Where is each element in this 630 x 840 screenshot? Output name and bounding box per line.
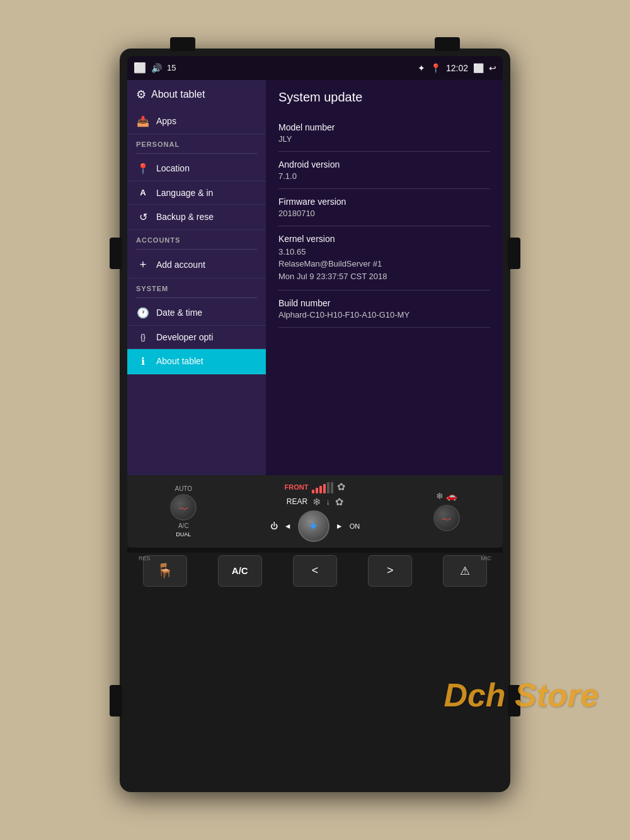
hvac-right-icons: ❄ 🚗 xyxy=(436,491,457,501)
defrost-icon: ❄ xyxy=(436,491,444,501)
compass-icon: ✦ xyxy=(308,519,319,534)
hvac-nav-row: ⏻ ◄ ✦ ► ON xyxy=(270,510,360,542)
kernel-version-value: 3.10.65RelaseMan@BuildServer #1Mon Jul 9… xyxy=(278,246,490,283)
fan-icon-left: ✿ xyxy=(335,496,343,508)
bottom-buttons: RES MIC 🪑 A/C < > ⚠ xyxy=(127,553,503,589)
window-icon: ⬜ xyxy=(134,62,146,74)
model-number-row: Model number JLY xyxy=(278,115,490,152)
backup-label: Backup & rese xyxy=(156,212,214,222)
btn-prev[interactable]: < xyxy=(293,555,337,587)
sidebar-item-developer[interactable]: {} Developer opti xyxy=(127,326,266,349)
sidebar-item-backup[interactable]: ↺ Backup & rese xyxy=(127,205,266,230)
fan-seg-3 xyxy=(319,486,322,493)
res-label: RES xyxy=(139,555,151,561)
settings-content: ⚙ About tablet 📥 Apps PERSONAL 📍 Locatio… xyxy=(127,80,503,475)
bracket-bottom-right xyxy=(508,685,520,716)
hvac-left-knob[interactable]: --.- xyxy=(170,494,197,521)
right-panel: System update Model number JLY Android v… xyxy=(266,80,503,475)
hvac-power-icon: ⏻ xyxy=(270,522,278,531)
hvac-on-label: ON xyxy=(350,522,360,530)
bracket-mid-right xyxy=(508,238,520,269)
hvac-bottom-row: REAR ❄ ↓ ✿ xyxy=(287,496,343,508)
prev-icon: < xyxy=(312,564,319,577)
sidebar: ⚙ About tablet 📥 Apps PERSONAL 📍 Locatio… xyxy=(127,80,266,475)
btn-next[interactable]: > xyxy=(368,555,412,587)
snowflake-icon: ❄ xyxy=(312,496,321,508)
apps-label: Apps xyxy=(156,116,176,126)
location-icon: 📍 xyxy=(430,63,441,73)
sidebar-header-about[interactable]: ⚙ About tablet xyxy=(127,80,266,109)
hvac-right-knob[interactable]: --.- xyxy=(433,505,460,531)
hvac-top-row: FRONT ✿ xyxy=(285,481,346,493)
btn-ac[interactable]: A/C xyxy=(218,555,262,587)
firmware-version-value: 20180710 xyxy=(278,209,490,218)
fan-seg-6 xyxy=(331,482,333,493)
hvac-plus-icon: ► xyxy=(336,522,343,531)
language-icon: A xyxy=(136,188,150,197)
hvac-minus-icon: ◄ xyxy=(284,522,292,531)
build-number-row: Build number Alphard-C10-H10-F10-A10-G10… xyxy=(278,291,490,328)
button-spacer xyxy=(127,548,503,553)
hvac-nav-knob[interactable]: ✦ xyxy=(298,510,329,542)
bracket-mid-left xyxy=(110,238,122,269)
seat-heat-icon: 🚗 xyxy=(446,491,457,501)
sidebar-item-add-account[interactable]: + Add account xyxy=(127,252,266,279)
seat-icon: 🪑 xyxy=(156,563,173,579)
hvac-left-controls: AUTO --.- A/C DUAL xyxy=(170,485,197,538)
next-icon: > xyxy=(387,564,394,577)
backup-icon: ↺ xyxy=(136,211,150,223)
hvac-panel: AUTO --.- A/C DUAL FRONT xyxy=(127,475,503,548)
sidebar-item-about-active[interactable]: ℹ About tablet xyxy=(127,349,266,374)
build-number-label: Build number xyxy=(278,298,490,308)
language-label: Language & in xyxy=(156,188,213,198)
screen: ⬜ 🔊 15 ✦ 📍 12:02 ⬜ ↩ ⚙ xyxy=(127,56,503,548)
sidebar-item-location[interactable]: 📍 Location xyxy=(127,156,266,181)
hvac-temp-left: --.- xyxy=(179,503,188,511)
fan-seg-5 xyxy=(327,482,329,493)
hvac-right-controls: ❄ 🚗 --.- xyxy=(433,491,460,531)
hvac-front-label: FRONT xyxy=(285,483,309,491)
kernel-version-row: Kernel version 3.10.65RelaseMan@BuildSer… xyxy=(278,226,490,291)
back-icon: ↩ xyxy=(489,63,496,73)
fan-seg-2 xyxy=(316,488,318,493)
sidebar-item-language[interactable]: A Language & in xyxy=(127,181,266,205)
build-number-value: Alphard-C10-H10-F10-A10-G10-MY xyxy=(278,310,490,319)
sidebar-header-label: About tablet xyxy=(151,89,205,100)
panel-title: System update xyxy=(278,90,490,105)
bluetooth-icon: ✦ xyxy=(418,63,425,73)
firmware-version-row: Firmware version 20180710 xyxy=(278,189,490,226)
model-number-value: JLY xyxy=(278,134,490,144)
status-right: ✦ 📍 12:02 ⬜ ↩ xyxy=(418,63,496,73)
divider-system xyxy=(136,297,257,298)
bracket-top-left xyxy=(170,37,195,51)
device-frame: ⬜ 🔊 15 ✦ 📍 12:02 ⬜ ↩ ⚙ xyxy=(120,49,510,792)
section-system: SYSTEM xyxy=(127,279,266,295)
hvac-ac-label: A/C xyxy=(178,522,189,529)
section-accounts: ACCOUNTS xyxy=(127,230,266,246)
add-account-icon: + xyxy=(136,258,150,272)
datetime-icon: 🕐 xyxy=(136,307,150,319)
hvac-rear-label: REAR xyxy=(287,497,307,506)
sidebar-item-datetime[interactable]: 🕐 Date & time xyxy=(127,301,266,326)
hvac-auto-label: AUTO xyxy=(175,485,192,492)
ac-icon: A/C xyxy=(232,565,248,576)
settings-icon: ⚙ xyxy=(136,88,146,101)
fan-seg-4 xyxy=(323,484,326,493)
developer-icon: {} xyxy=(136,333,150,342)
hvac-center-controls: FRONT ✿ REAR ❄ xyxy=(270,481,360,542)
clock: 12:02 xyxy=(446,63,468,73)
apps-icon: 📥 xyxy=(136,115,150,127)
sidebar-item-apps[interactable]: 📥 Apps xyxy=(127,109,266,134)
about-label: About tablet xyxy=(156,356,203,366)
volume-level: 15 xyxy=(167,63,176,72)
hvac-dual-label: DUAL xyxy=(176,531,191,538)
hazard-icon: ⚠ xyxy=(460,564,470,578)
bracket-top-right xyxy=(435,37,460,51)
arrow-down-icon: ↓ xyxy=(326,497,330,507)
android-version-label: Android version xyxy=(278,159,490,170)
section-personal: PERSONAL xyxy=(127,134,266,151)
divider-personal xyxy=(136,153,257,154)
add-account-label: Add account xyxy=(156,260,205,270)
android-version-value: 7.1.0 xyxy=(278,171,490,181)
location-label: Location xyxy=(156,163,190,173)
